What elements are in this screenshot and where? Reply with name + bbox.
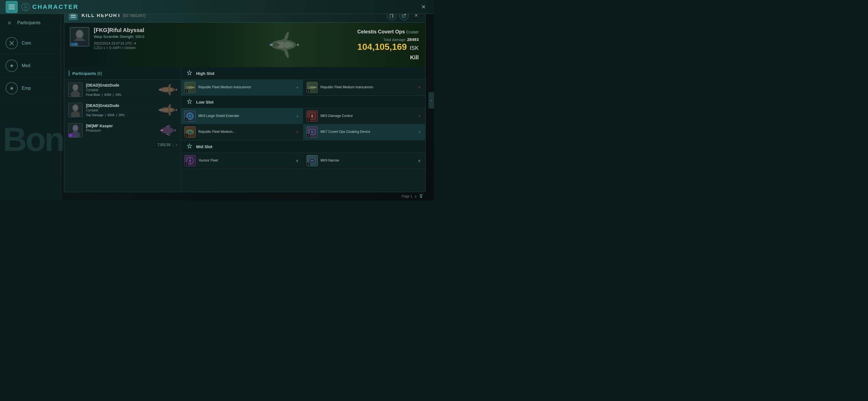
sidebar-medals-icon: ★: [6, 60, 18, 72]
slot-item-name-low-2: MK5 Damage Control: [320, 114, 414, 118]
page-info: Page 1: [402, 194, 412, 198]
slot-item-low-1[interactable]: 1 MK9 Large Shield Extender +: [181, 108, 303, 124]
svg-point-82: [312, 132, 313, 133]
isk-currency: ISK: [410, 45, 419, 51]
participant-ship-2: Cynabal: [86, 108, 154, 112]
svg-point-53: [160, 130, 163, 131]
app-close-button[interactable]: ×: [419, 1, 428, 12]
sidebar-item-label: Participants: [17, 20, 41, 25]
svg-rect-61: [193, 87, 194, 88]
slot-item-remove-low-3[interactable]: ×: [295, 128, 300, 135]
svg-point-32: [162, 88, 173, 92]
sidebar-item-medals[interactable]: ★ Med: [0, 55, 61, 77]
sidebar-menu-icon: ≡: [6, 19, 13, 27]
mid-slot-items: 1 'Aurora' Fleet ∨ 1: [181, 153, 425, 169]
participant-badge: i: [68, 134, 72, 137]
participants-list: [DEAD]GratzDude Cynabal Final Blow | 826…: [64, 80, 181, 192]
low-slot-items: 1 MK9 Large Shield Extender +: [181, 108, 425, 140]
sidebar-item-combat[interactable]: Com: [0, 32, 61, 55]
total-damage-label: Total damage:: [383, 37, 406, 42]
svg-point-30: [73, 85, 78, 90]
kill-info-area: 1 Kill [FKG]Riful Abyssal Warp Scramble …: [64, 23, 425, 67]
filter-button[interactable]: ⊽: [419, 193, 423, 199]
slot-item-high-1[interactable]: 1 Republic Fleet Medium Autocannon +: [181, 80, 303, 95]
participant-item-2[interactable]: [DEAD]GratzDude Cynabal Top Damage | 826…: [64, 100, 181, 120]
ship-type: Cruiser: [406, 30, 419, 34]
sidebar-medals-label: Med: [22, 63, 30, 68]
slot-item-high-2[interactable]: 1 Republic Fleet Medium Autocannon ×: [303, 80, 425, 95]
slot-item-remove-low-2[interactable]: ×: [417, 113, 422, 119]
slot-item-qty-low-1: 1: [185, 118, 188, 121]
svg-point-1: [25, 4, 27, 6]
sidebar-combat-label: Com: [22, 41, 31, 46]
participant-ship-img-3: [157, 125, 177, 136]
low-slot-section: Low Slot 1: [181, 96, 425, 140]
ship-visual: [258, 25, 309, 64]
slot-item-dropdown-mid-2[interactable]: ∨: [417, 157, 422, 164]
slot-item-name-low-1: MK9 Large Shield Extender: [198, 114, 292, 118]
high-slot-items: 1 Republic Fleet Medium Autocannon +: [181, 80, 425, 95]
slot-item-dropdown-mid-1[interactable]: ∨: [294, 157, 300, 164]
slot-item-low-3[interactable]: 1 Republic Fleet Medium... ×: [181, 124, 303, 140]
participant-ship-1: Cynabal: [86, 88, 154, 92]
participant-ship-img-2: [157, 105, 177, 116]
slot-item-qty-low-3: 1: [185, 134, 188, 137]
kill-info-left: 1 Kill [FKG]Riful Abyssal Warp Scramble …: [64, 23, 176, 67]
participant-avatar-3: i: [68, 123, 83, 138]
mid-slot-section: Mid Slot 1: [181, 140, 425, 169]
page-next-button[interactable]: ›: [415, 194, 416, 199]
svg-point-34: [159, 89, 161, 90]
slot-item-qty-mid-2: 1: [307, 163, 310, 166]
kill-location: CZDJ-1 < D-AWFI < Deklein: [94, 46, 170, 50]
pilot-name: [FKG]Riful Abyssal: [94, 27, 170, 33]
sidebar-item-bio[interactable]: ≡ Participants: [0, 14, 61, 32]
slot-item-remove-high-2[interactable]: ×: [417, 84, 422, 91]
kill-date: 2022/10/14 23:07:31 UTC -4: [94, 41, 170, 46]
participant-role-2: Top Damage | 8269 | 29%: [86, 113, 154, 117]
top-bar: CHARACTER ×: [0, 0, 434, 14]
high-slot-header: High Slot: [181, 67, 425, 80]
svg-marker-19: [296, 44, 299, 46]
slot-item-icon-high-2: 1: [307, 82, 318, 93]
participant-role-1: Final Blow | 8269 | 29%: [86, 93, 154, 96]
participant-avatar-2: [68, 103, 83, 117]
slot-item-add-low-1[interactable]: +: [295, 113, 300, 119]
hamburger-menu-button[interactable]: [6, 1, 18, 13]
slot-item-icon-mid-2: 1: [307, 155, 318, 166]
participant-nav-next[interactable]: ›: [176, 143, 177, 147]
participants-title-bar: [69, 70, 69, 76]
vitruvian-icon: [21, 2, 30, 11]
slot-item-add-high-1[interactable]: +: [295, 84, 300, 91]
mid-slot-header: Mid Slot: [181, 140, 425, 153]
participant-name-3: [MI]MF Kasper: [86, 124, 154, 128]
pilot-sub-info: Warp Scramble Strength: 100.0: [94, 34, 170, 39]
svg-point-42: [162, 108, 173, 112]
participant-item-3[interactable]: i [MI]MF Kasper Phantasm: [64, 120, 181, 141]
slot-item-mid-2[interactable]: 1 MK9 Narrow ∨: [303, 153, 425, 169]
slot-item-mid-1[interactable]: 1 'Aurora' Fleet ∨: [181, 153, 303, 169]
participant-damage-stat: 7,552.55: [157, 143, 170, 147]
participant-name-2: [DEAD]GratzDude: [86, 103, 154, 108]
slot-item-low-4[interactable]: 1 MK7 Covert Ops Cloaking Device +: [303, 124, 425, 140]
svg-rect-65: [315, 87, 317, 88]
slot-item-name-high-1: Republic Fleet Medium Autocannon: [198, 85, 292, 90]
svg-point-85: [189, 160, 191, 162]
slot-item-low-2[interactable]: 1 MK5 Damage Control ×: [303, 108, 425, 124]
slot-item-name-mid-1: 'Aurora' Fleet: [198, 159, 292, 163]
svg-point-50: [73, 125, 78, 130]
participant-item[interactable]: [DEAD]GratzDude Cynabal Final Blow | 826…: [64, 80, 181, 100]
slot-item-add-low-4[interactable]: +: [417, 128, 422, 135]
collapse-right-button[interactable]: ‹: [428, 92, 434, 109]
high-slot-title: High Slot: [196, 71, 215, 76]
participant-name-1: [DEAD]GratzDude: [86, 83, 154, 87]
slot-item-icon-low-2: 1: [307, 111, 318, 122]
kill-report-panel: KILL REPORT [ID:7681497] ×: [64, 8, 426, 192]
low-slot-title: Low Slot: [196, 100, 214, 105]
slot-item-qty-mid-1: 1: [185, 163, 188, 166]
svg-marker-43: [175, 109, 177, 111]
svg-point-67: [309, 87, 310, 88]
participant-info-3: [MI]MF Kasper Phantasm: [86, 124, 154, 137]
sidebar-empire-label: Emp: [22, 86, 31, 91]
slot-item-qty-low-2: 1: [307, 118, 310, 121]
sidebar-item-empire[interactable]: ★ Emp: [0, 77, 61, 100]
